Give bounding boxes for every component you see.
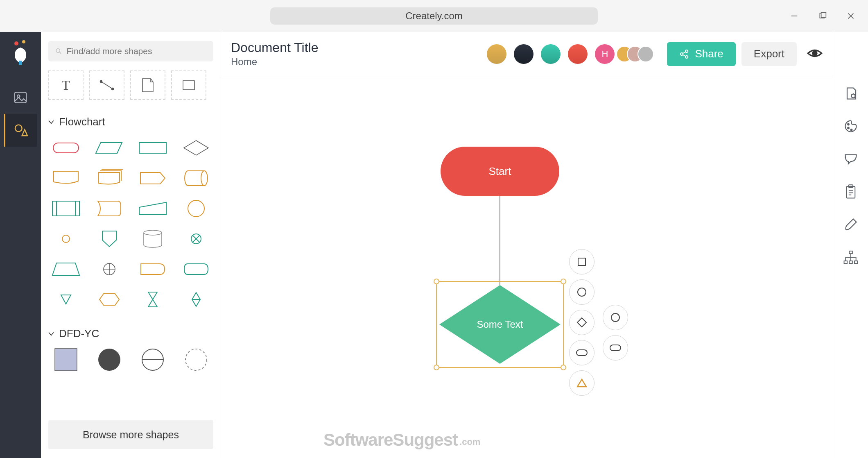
- svg-point-34: [98, 349, 120, 371]
- avatar[interactable]: [487, 44, 506, 64]
- shape-display[interactable]: [179, 257, 214, 281]
- browse-more-shapes-button[interactable]: Browse more shapes: [48, 420, 213, 449]
- browser-chrome: Creately.com: [0, 0, 868, 32]
- shape-crossed-circle[interactable]: [179, 227, 214, 251]
- shape-card[interactable]: [48, 166, 84, 190]
- shape-trapezoid[interactable]: [48, 257, 84, 281]
- svg-rect-7: [19, 61, 22, 65]
- shape-crosshair[interactable]: [92, 257, 127, 281]
- avatar-initial[interactable]: H: [595, 44, 615, 64]
- comment-icon[interactable]: [843, 151, 859, 167]
- shape-hexagon[interactable]: [92, 287, 127, 312]
- brush-icon[interactable]: [843, 216, 859, 233]
- suggest-diamond[interactable]: [569, 310, 594, 335]
- section-dfd-header[interactable]: DFD-YC: [48, 327, 213, 340]
- shape-rectangle[interactable]: [135, 136, 170, 160]
- svg-rect-8: [15, 92, 27, 102]
- resize-handle-ne[interactable]: [561, 279, 566, 284]
- svg-point-47: [611, 313, 619, 322]
- shape-parallelogram[interactable]: [92, 136, 127, 160]
- share-label: Share: [695, 48, 723, 60]
- canvas[interactable]: Start Some Text: [221, 76, 833, 458]
- connector-line[interactable]: [500, 196, 500, 294]
- shape-rounded-rect[interactable]: [135, 257, 170, 281]
- suggest-square[interactable]: [569, 249, 594, 274]
- export-button[interactable]: Export: [741, 42, 797, 66]
- suggest-triangle[interactable]: [569, 370, 594, 396]
- resize-handle-sw[interactable]: [434, 365, 439, 370]
- suggest-circle[interactable]: [569, 279, 594, 305]
- shape-search-input[interactable]: [66, 46, 207, 56]
- shape-terminator[interactable]: [48, 136, 84, 160]
- clipboard-icon[interactable]: [843, 184, 859, 200]
- avatar[interactable]: [568, 44, 588, 64]
- resize-handle-se[interactable]: [561, 365, 566, 370]
- shape-cylinder-h[interactable]: [179, 166, 214, 190]
- svg-point-23: [188, 200, 204, 217]
- shape-subprocess[interactable]: [48, 196, 84, 221]
- shape-triangle-down[interactable]: [48, 287, 84, 312]
- shape-half-circle[interactable]: [135, 347, 170, 372]
- suggest-circle-2[interactable]: [603, 305, 628, 330]
- shape-dashed-circle[interactable]: [179, 347, 214, 372]
- text-tool[interactable]: T: [48, 70, 84, 100]
- center-area: Document Title Home H: [221, 32, 833, 458]
- shape-circle-filled[interactable]: [92, 347, 127, 372]
- shape-square-filled[interactable]: [48, 347, 84, 372]
- svg-point-25: [144, 230, 162, 235]
- document-title[interactable]: Document Title: [231, 40, 318, 55]
- svg-rect-60: [849, 261, 852, 263]
- rect-tool[interactable]: [171, 70, 206, 100]
- window-controls: [789, 11, 856, 21]
- avatar[interactable]: [541, 44, 561, 64]
- shape-circle[interactable]: [179, 196, 214, 221]
- shape-rounded-card[interactable]: [92, 196, 127, 221]
- avatar[interactable]: [514, 44, 533, 64]
- shape-diamond[interactable]: [179, 136, 214, 160]
- svg-point-11: [56, 49, 60, 52]
- svg-rect-17: [53, 143, 79, 153]
- breadcrumb[interactable]: Home: [231, 56, 318, 68]
- shape-hourglass[interactable]: [135, 287, 170, 312]
- minimize-icon[interactable]: [789, 11, 799, 21]
- svg-point-39: [685, 50, 688, 52]
- svg-point-14: [100, 81, 102, 83]
- shapes-library-tab[interactable]: [4, 114, 37, 147]
- shape-manual-input[interactable]: [135, 196, 170, 221]
- app-logo-icon[interactable]: [11, 40, 29, 65]
- start-node[interactable]: Start: [441, 147, 559, 196]
- maximize-icon[interactable]: [818, 11, 827, 21]
- page-tool[interactable]: [130, 70, 165, 100]
- section-flowchart-header[interactable]: Flowchart: [48, 116, 213, 128]
- shape-stacked-card[interactable]: [92, 166, 127, 190]
- svg-point-6: [22, 40, 25, 43]
- url-bar[interactable]: Creately.com: [270, 7, 598, 25]
- svg-rect-58: [849, 251, 852, 254]
- decision-node[interactable]: Some Text: [439, 285, 561, 364]
- sitemap-icon[interactable]: [843, 249, 859, 265]
- share-button[interactable]: Share: [667, 42, 735, 66]
- shape-search[interactable]: [48, 41, 213, 61]
- shape-tag[interactable]: [135, 166, 170, 190]
- image-library-tab[interactable]: [4, 81, 37, 114]
- palette-icon[interactable]: [843, 118, 859, 134]
- dfd-shape-grid: [48, 347, 213, 372]
- resize-handle-nw[interactable]: [434, 279, 439, 284]
- suggest-pill-2[interactable]: [603, 335, 628, 361]
- shape-small-circle[interactable]: [48, 227, 84, 251]
- shape-cylinder-v[interactable]: [135, 227, 170, 251]
- svg-point-52: [850, 129, 852, 131]
- contextual-shape-suggestions: [569, 249, 594, 396]
- suggest-pill[interactable]: [569, 340, 594, 365]
- avatar-cluster[interactable]: [622, 46, 654, 62]
- doc-settings-icon[interactable]: [843, 85, 859, 102]
- svg-point-50: [848, 124, 849, 125]
- close-icon[interactable]: [846, 11, 856, 21]
- line-tool[interactable]: [89, 70, 124, 100]
- chevron-down-icon: [48, 119, 54, 125]
- shape-diamond-small[interactable]: [179, 287, 214, 312]
- shape-shield[interactable]: [92, 227, 127, 251]
- svg-point-40: [685, 56, 688, 58]
- svg-point-49: [851, 94, 855, 98]
- preview-icon[interactable]: [807, 45, 823, 63]
